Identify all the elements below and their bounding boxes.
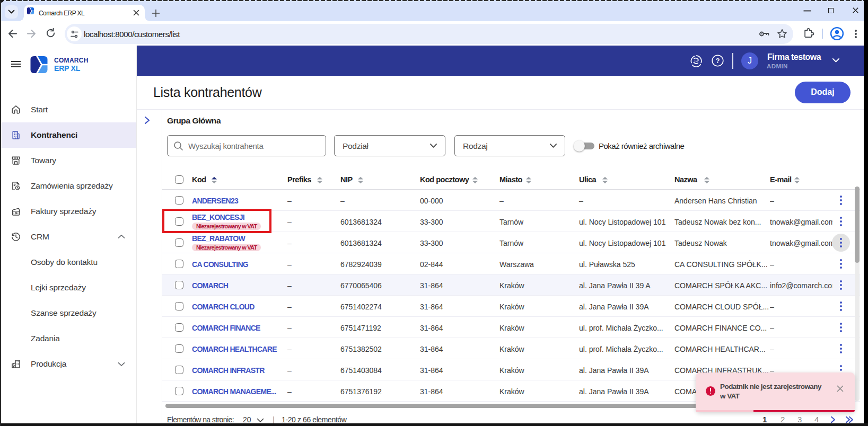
svg-text:?: ? <box>716 57 720 65</box>
